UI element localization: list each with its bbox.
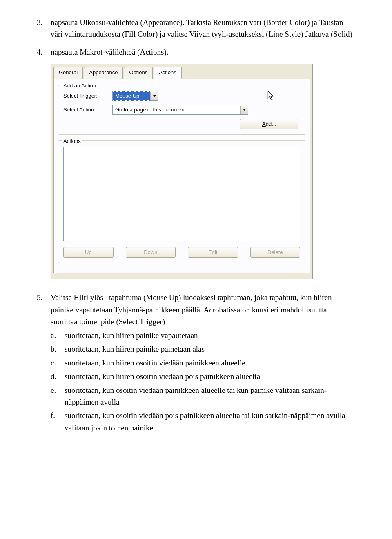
step-5d: d.suoritetaan, kun hiiren osoitin viedää… [51,370,355,382]
step-number: 4. [37,46,51,58]
group-actions: Actions Up Down Edit Delete [58,140,305,263]
step-text: napsauta Ulkoasu-välilehteä (Appearance)… [51,16,355,40]
svg-marker-0 [153,95,156,97]
combo-select-trigger[interactable]: Mouse Up [112,91,158,101]
step-body: Valitse Hiiri ylös –tapahtuma (Mouse Up)… [51,292,355,435]
group-add-action-legend: Add an Action [62,82,98,90]
row-select-action: Select Action: Go to a page in this docu… [63,105,300,115]
step-number: 5. [37,292,51,435]
step-5f: f.suoritetaan, kun osoitin viedään pois … [51,410,355,434]
step-5c: c.suoritetaan, kun hiiren osoitin viedää… [51,357,355,369]
step-number: 3. [37,16,51,40]
actions-panel: Add an Action Select Trigger: Mouse Up S… [53,79,310,273]
step-text: napsauta Makrot-välilehteä (Actions). [51,46,355,58]
label-select-trigger: Select Trigger: [63,92,112,100]
instruction-list: 3. napsauta Ulkoasu-välilehteä (Appearan… [37,16,355,58]
instruction-list-cont: 5. Valitse Hiiri ylös –tapahtuma (Mouse … [37,292,355,435]
chevron-down-icon [150,92,158,100]
edit-button[interactable]: Edit [188,247,238,258]
step-5e: e.suoritetaan, kun osoitin viedään paini… [51,384,355,408]
chevron-down-icon [240,106,248,114]
step-5: 5. Valitse Hiiri ylös –tapahtuma (Mouse … [37,292,355,435]
tab-actions[interactable]: Actions [154,67,182,79]
combo-select-trigger-value: Mouse Up [113,91,150,100]
action-buttons-row: Up Down Edit Delete [63,247,300,258]
step-5a: a.suoritetaan, kun hiiren painike vapaut… [51,330,355,341]
up-button[interactable]: Up [63,247,114,258]
button-properties-dialog: General Appearance Options Actions Add a… [51,64,313,279]
tab-strip: General Appearance Options Actions [51,64,312,79]
tab-general[interactable]: General [53,67,83,79]
label-select-action: Select Action: [63,106,112,114]
row-select-trigger: Select Trigger: Mouse Up [63,91,300,101]
tab-appearance[interactable]: Appearance [84,67,123,79]
step-3: 3. napsauta Ulkoasu-välilehteä (Appearan… [37,16,355,40]
add-button[interactable]: Add... [240,119,298,129]
step-4: 4. napsauta Makrot-välilehteä (Actions). [37,46,355,58]
add-button-row: Add... [63,119,300,129]
group-add-action: Add an Action Select Trigger: Mouse Up S… [58,85,305,135]
step-5-intro: Valitse Hiiri ylös –tapahtuma (Mouse Up)… [51,293,332,326]
step-5-sublist: a.suoritetaan, kun hiiren painike vapaut… [51,330,355,434]
actions-listbox[interactable] [63,147,300,241]
combo-select-action-value: Go to a page in this document [113,105,240,114]
down-button[interactable]: Down [126,247,176,258]
combo-select-action[interactable]: Go to a page in this document [112,105,248,115]
tab-options[interactable]: Options [124,67,153,79]
delete-button[interactable]: Delete [250,247,301,258]
svg-marker-1 [243,109,246,111]
group-actions-legend: Actions [62,137,82,145]
step-5b: b.suoritetaan, kun hiiren painike painet… [51,343,355,355]
